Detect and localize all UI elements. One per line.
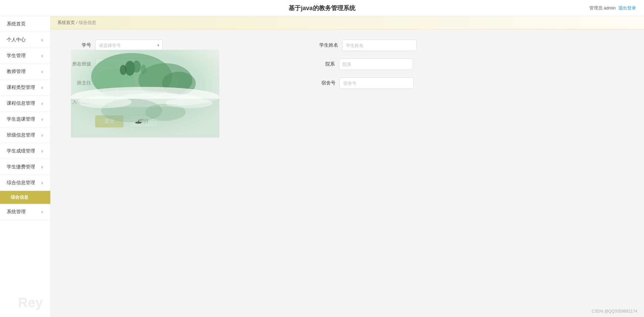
student-id-label: 学号 (71, 42, 91, 48)
sidebar-item-label: 综合信息 (11, 195, 28, 200)
class-input[interactable] (95, 58, 163, 70)
header-right: 管理员 admin 退出登录 (589, 5, 636, 11)
form-row-2: 所在班级 院系 (71, 58, 624, 70)
form-field-college: 院系 (321, 58, 413, 70)
form-row-1: 学号 请选择学号 学生姓名 (71, 40, 624, 51)
form-row-3: 班主任 宿舍号 (71, 77, 624, 89)
chevron-down-icon: ∨ (41, 86, 44, 90)
main-content: 系统首页 / 综合信息 学号 请选择学号 学生姓名 (51, 16, 644, 317)
page-title: 基于java的教务管理系统 (289, 4, 355, 12)
sidebar-item-student-fee-mgmt[interactable]: 学生缴费管理 ∨ (0, 159, 50, 175)
chevron-down-icon: ∨ (41, 133, 44, 138)
sidebar-item-label: 个人中心 (7, 37, 26, 43)
sidebar: 系统首页 个人中心 ∨ 学生管理 ∨ 教师管理 ∨ 课程类型管理 ∨ 课程信息管… (0, 16, 51, 317)
layout: 系统首页 个人中心 ∨ 学生管理 ∨ 教师管理 ∨ 课程类型管理 ∨ 课程信息管… (0, 16, 644, 317)
sidebar-item-home[interactable]: 系统首页 (0, 16, 50, 32)
enrollment-date-input[interactable] (95, 96, 163, 108)
sidebar-item-label: 学生管理 (7, 53, 26, 59)
form-field-dorm: 宿舍号 (321, 77, 414, 89)
header: 基于java的教务管理系统 管理员 admin 退出登录 (0, 0, 644, 16)
form-row-4: 入学日期 📅 (71, 96, 624, 108)
form-field-student-id: 学号 请选择学号 (71, 40, 163, 51)
breadcrumb: 系统首页 / 综合信息 (51, 16, 644, 29)
student-name-label: 学生姓名 (311, 42, 338, 48)
sidebar-item-course-info-mgmt[interactable]: 课程信息管理 ∨ (0, 96, 50, 112)
form-field-head-teacher: 班主任 (71, 77, 163, 89)
sidebar-item-student-grade-mgmt[interactable]: 学生成绩管理 ∨ (0, 143, 50, 159)
logout-link[interactable]: 退出登录 (618, 5, 636, 11)
head-teacher-label: 班主任 (71, 80, 91, 86)
chevron-down-icon: ∨ (41, 149, 44, 153)
breadcrumb-current: 综合信息 (79, 20, 96, 25)
breadcrumb-separator: / (76, 20, 78, 25)
college-label: 院系 (321, 61, 335, 67)
chevron-down-icon: ∨ (41, 70, 44, 74)
head-teacher-input[interactable] (95, 77, 163, 89)
dorm-input[interactable] (340, 77, 414, 89)
sidebar-item-student-mgmt[interactable]: 学生管理 ∨ (0, 48, 50, 64)
sidebar-item-label: 课程信息管理 (7, 100, 35, 106)
college-input[interactable] (339, 58, 413, 70)
chevron-down-icon: ∨ (41, 117, 44, 122)
sidebar-item-system-mgmt[interactable]: 系统管理 ∨ (0, 204, 50, 220)
sidebar-item-student-select-mgmt[interactable]: 学生选课管理 ∨ (0, 112, 50, 127)
button-row: 提交 取消 (95, 115, 624, 127)
sidebar-item-class-info-mgmt[interactable]: 班级信息管理 ∨ (0, 127, 50, 143)
sidebar-item-label: 教师管理 (7, 69, 26, 75)
sidebar-item-comprehensive-info[interactable]: 综合信息 (0, 191, 50, 204)
enrollment-date-wrapper[interactable]: 📅 (95, 96, 163, 108)
dorm-label: 宿舍号 (321, 80, 336, 86)
sidebar-item-label: 系统首页 (7, 21, 26, 27)
cancel-button[interactable]: 取消 (129, 115, 158, 127)
chevron-down-icon: ∨ (41, 101, 44, 106)
enrollment-date-label: 入学日期 (71, 99, 91, 105)
student-name-input[interactable] (342, 40, 417, 51)
chevron-down-icon: ∨ (41, 210, 44, 214)
sidebar-item-label: 班级信息管理 (7, 132, 35, 138)
sidebar-item-course-type-mgmt[interactable]: 课程类型管理 ∨ (0, 80, 50, 96)
admin-label: 管理员 admin (589, 5, 616, 11)
breadcrumb-home[interactable]: 系统首页 (57, 20, 75, 25)
sidebar-item-label: 综合信息管理 (7, 180, 35, 186)
sidebar-item-label: 学生选课管理 (7, 116, 35, 122)
chevron-down-icon: ∨ (41, 38, 44, 42)
footer-watermark: CSDN @QQ3359892174 (592, 309, 637, 314)
form-field-class: 所在班级 (71, 58, 163, 70)
chevron-down-icon: ∨ (41, 54, 44, 58)
sidebar-item-teacher-mgmt[interactable]: 教师管理 ∨ (0, 64, 50, 80)
sidebar-item-comprehensive-info-mgmt[interactable]: 综合信息管理 ∧ (0, 175, 50, 191)
form-container: 学号 请选择学号 学生姓名 所在班级 (51, 29, 644, 138)
student-id-select[interactable]: 请选择学号 (95, 40, 163, 51)
submit-button[interactable]: 提交 (95, 115, 124, 127)
class-label: 所在班级 (71, 61, 91, 67)
sidebar-item-personal[interactable]: 个人中心 ∨ (0, 32, 50, 48)
sidebar-item-label: 系统管理 (7, 209, 26, 215)
student-id-select-wrapper[interactable]: 请选择学号 (95, 40, 163, 51)
chevron-down-icon: ∨ (41, 165, 44, 169)
sidebar-item-label: 学生缴费管理 (7, 164, 35, 170)
sidebar-item-label: 课程类型管理 (7, 84, 35, 91)
chevron-up-icon: ∧ (41, 181, 44, 185)
form-field-student-name: 学生姓名 (311, 40, 417, 51)
sidebar-item-label: 学生成绩管理 (7, 148, 35, 154)
form-field-enrollment-date: 入学日期 📅 (71, 96, 163, 108)
